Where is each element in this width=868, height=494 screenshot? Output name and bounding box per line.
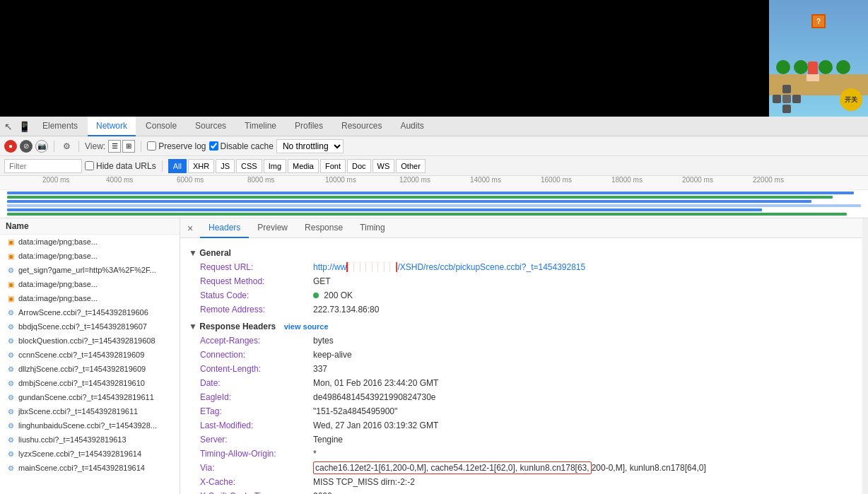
- accept-ranges-value: bytes: [313, 334, 334, 347]
- list-item[interactable]: ⚙ linghunbaiduScene.ccbi?_t=14543928...: [0, 418, 180, 433]
- xcachetime-label: X-Swift-CacheTime:: [200, 490, 313, 494]
- file-name: liushu.ccbi?_t=1454392819613: [18, 435, 174, 444]
- list-item[interactable]: ⚙ dmbjScene.ccbi?_t=1454392819610: [0, 376, 180, 390]
- disable-cache-checkbox[interactable]: Disable cache: [209, 141, 274, 151]
- filter-other[interactable]: Other: [396, 159, 426, 173]
- filter-js[interactable]: JS: [216, 159, 235, 173]
- game-canvas: ? 开关: [769, 0, 868, 117]
- list-item[interactable]: ⚙ ccnnScene.ccbi?_t=1454392819609: [0, 348, 180, 362]
- tab-timeline[interactable]: Timeline: [236, 117, 285, 136]
- request-url-row: Request URL: http://ww████████/XSHD/res/…: [200, 261, 854, 274]
- disable-cache-input[interactable]: [209, 141, 218, 151]
- detail-tab-headers[interactable]: Headers: [200, 218, 249, 238]
- preserve-log-input[interactable]: [147, 141, 156, 151]
- date-row: Date: Mon, 01 Feb 2016 23:44:20 GMT: [200, 377, 854, 389]
- filter-font[interactable]: Font: [320, 159, 346, 173]
- general-section-content: Request URL: http://ww████████/XSHD/res/…: [200, 261, 854, 316]
- filter-css[interactable]: CSS: [236, 159, 262, 173]
- response-headers-toggle[interactable]: ▼: [189, 322, 197, 331]
- list-item[interactable]: ⚙ blockQuestion.ccbi?_t=1454392819608: [0, 334, 180, 348]
- list-item[interactable]: ▣ data:image/png;base...: [0, 291, 180, 305]
- status-code-row: Status Code: 200 OK: [200, 289, 854, 302]
- list-item[interactable]: ▣ data:image/png;base...: [0, 277, 180, 291]
- list-item[interactable]: ⚙ liushu.ccbi?_t=1454392819613: [0, 433, 180, 447]
- request-method-row: Request Method: GET: [200, 275, 854, 288]
- tick-18000: 18000 ms: [611, 176, 643, 184]
- throttle-select[interactable]: No throttling: [276, 139, 344, 153]
- name-column-header: Name: [6, 221, 29, 231]
- list-item[interactable]: ▣ data:image/png;base...: [0, 235, 180, 249]
- img-icon: ▣: [6, 293, 16, 303]
- detail-tab-timing[interactable]: Timing: [351, 218, 394, 238]
- hide-data-urls-checkbox[interactable]: Hide data URLs: [85, 161, 156, 171]
- detail-tab-response[interactable]: Response: [296, 218, 351, 238]
- file-name: mainScene.ccbi?_t=1454392819614: [18, 464, 174, 472]
- list-item[interactable]: ⚙ dllzhjScene.ccbi?_t=1454392819609: [0, 362, 180, 376]
- preserve-log-checkbox[interactable]: Preserve log: [147, 141, 206, 151]
- tab-audits[interactable]: Audits: [392, 117, 432, 136]
- tab-resources[interactable]: Resources: [333, 117, 390, 136]
- request-url-label: Request URL:: [200, 261, 313, 274]
- tab-bar: ↖ 📱 Elements Network Console Sources Tim…: [0, 117, 868, 136]
- preserve-log-label: Preserve log: [158, 141, 206, 151]
- filter-media[interactable]: Media: [288, 159, 319, 173]
- game-area: ? 开关: [0, 0, 868, 117]
- detail-tab-preview[interactable]: Preview: [249, 218, 296, 238]
- tab-network[interactable]: Network: [88, 117, 136, 136]
- filter-button[interactable]: ⚙: [60, 140, 73, 153]
- server-row: Server: Tengine: [200, 433, 854, 446]
- timeline-bar-6: [7, 213, 847, 216]
- view-label: View:: [85, 141, 105, 151]
- timeline-bar-5: [7, 208, 762, 211]
- filter-img[interactable]: Img: [264, 159, 286, 173]
- mobile-icon[interactable]: 📱: [18, 121, 30, 132]
- tab-sources[interactable]: Sources: [187, 117, 235, 136]
- list-item[interactable]: ⚙ gundanScene.ccbi?_t=1454392819611: [0, 390, 180, 404]
- view-source-link[interactable]: view source: [284, 322, 329, 331]
- xcache-value: MISS TCP_MISS dirn:-2:-2: [313, 476, 415, 488]
- view-list-button[interactable]: ☰: [108, 140, 121, 153]
- tick-8000: 8000 ms: [247, 176, 274, 184]
- list-item[interactable]: ⚙ jbxScene.ccbi?_t=1454392819611: [0, 404, 180, 418]
- file-name: jbxScene.ccbi?_t=1454392819611: [18, 407, 174, 416]
- record-button[interactable]: ●: [4, 140, 17, 153]
- hide-data-urls-input[interactable]: [85, 161, 94, 170]
- etag-label: ETag:: [200, 405, 313, 418]
- tab-elements[interactable]: Elements: [34, 117, 86, 136]
- camera-button[interactable]: 📷: [35, 140, 48, 153]
- detail-scrollbar[interactable]: [862, 218, 868, 494]
- timeline-bar-1: [7, 192, 854, 194]
- filter-doc[interactable]: Doc: [347, 159, 371, 173]
- general-toggle[interactable]: ▼: [189, 248, 197, 258]
- tab-profiles[interactable]: Profiles: [286, 117, 332, 136]
- stop-button[interactable]: ⊘: [20, 140, 33, 153]
- list-item[interactable]: ⚙ lyzxScene.ccbi?_t=1454392819614: [0, 447, 180, 461]
- timing-allow-origin-value: *: [313, 447, 317, 460]
- accept-ranges-row: Accept-Ranges: bytes: [200, 334, 854, 347]
- list-item[interactable]: ⚙ ArrowScene.ccbi?_t=1454392819606: [0, 305, 180, 319]
- close-button[interactable]: ×: [183, 221, 197, 235]
- last-modified-value: Wed, 27 Jan 2016 03:19:32 GMT: [313, 419, 438, 432]
- view-grid-button[interactable]: ⊞: [122, 140, 135, 153]
- list-item[interactable]: ⚙ get_sign?game_url=http%3A%2F%2F...: [0, 263, 180, 277]
- cursor-icon[interactable]: ↖: [3, 121, 14, 132]
- script-icon: ⚙: [6, 378, 16, 388]
- response-headers-section: ▼ Response Headers view source Accept-Ra…: [189, 322, 854, 494]
- detail-panel: × Headers Preview Response Timing ▼ Gene…: [180, 218, 862, 494]
- filter-ws[interactable]: WS: [373, 159, 395, 173]
- file-name: linghunbaiduScene.ccbi?_t=14543928...: [18, 421, 174, 430]
- tab-console[interactable]: Console: [137, 117, 185, 136]
- tick-22000: 22000 ms: [753, 176, 784, 184]
- connection-value: keep-alive: [313, 348, 352, 361]
- list-item[interactable]: ▣ data:image/png;base...: [0, 249, 180, 263]
- filter-xhr[interactable]: XHR: [188, 159, 214, 173]
- filter-all[interactable]: All: [168, 159, 187, 173]
- main-split: Name ▣ data:image/png;base... ▣ data:ima…: [0, 218, 868, 494]
- filter-input[interactable]: [4, 159, 82, 173]
- list-item[interactable]: ⚙ mainScene.ccbi?_t=1454392819614: [0, 461, 180, 475]
- separator-2: [78, 141, 79, 152]
- list-item[interactable]: ⚙ bbdjqScene.ccbi?_t=1454392819607: [0, 319, 180, 334]
- content-length-value: 337: [313, 363, 327, 375]
- general-section-title: ▼ General: [189, 248, 854, 258]
- remote-address-label: Remote Address:: [200, 303, 313, 316]
